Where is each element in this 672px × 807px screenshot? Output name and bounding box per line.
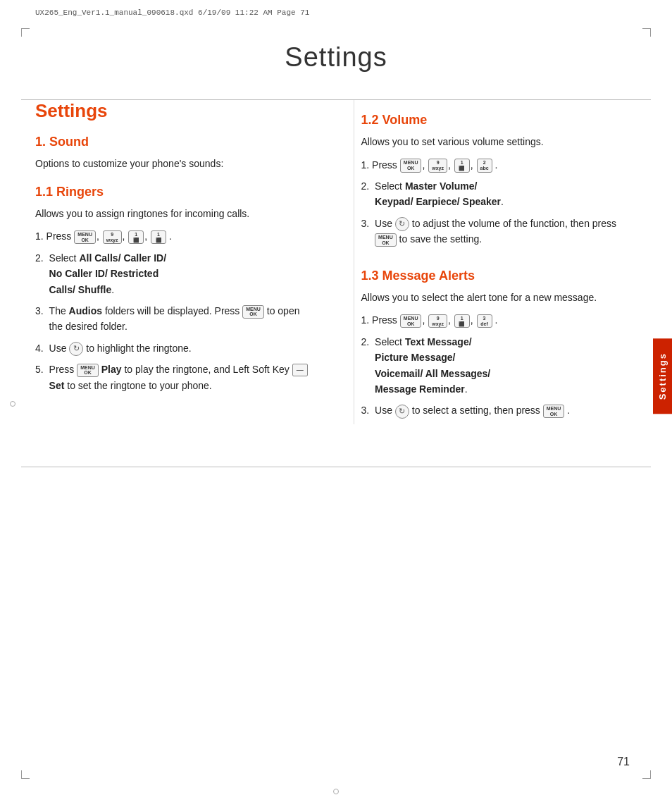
ringers-options: All Calls/ Caller ID/No Caller ID/ Restr… bbox=[49, 252, 167, 295]
play-bold: Play bbox=[101, 364, 122, 375]
bottom-divider bbox=[21, 467, 651, 467]
vstep-content-3: Use ↻ to adjust the volume of the functi… bbox=[375, 216, 637, 247]
vstep-content-2: Select Master Volume/Keypad/ Earpiece/ S… bbox=[375, 178, 637, 210]
ringers-step-3: 3. The Audios folders will be displayed.… bbox=[35, 303, 311, 335]
vstep-num-2: 2. bbox=[361, 178, 373, 194]
alerts-options: Text Message/Picture Message/Voicemail/ … bbox=[375, 336, 490, 395]
9wxyz-key-v1: 9wxyz bbox=[428, 159, 447, 172]
alerts-step-3: 3. Use ↻ to select a setting, then press… bbox=[361, 402, 637, 418]
step-num-5: 5. bbox=[35, 362, 46, 377]
content-area: Settings 1. Sound Options to customize y… bbox=[0, 100, 672, 424]
subsection-volume-body: Allows you to set various volume setting… bbox=[361, 135, 637, 150]
subsection-sound-body: Options to customize your phone's sounds… bbox=[35, 156, 311, 172]
9wxyz-key-a1: 9wxyz bbox=[428, 314, 447, 328]
subsection-alerts-title: 1.3 Message Alerts bbox=[361, 269, 637, 283]
step-content-2: Select All Calls/ Caller ID/No Caller ID… bbox=[49, 250, 311, 297]
reg-mark-left bbox=[10, 401, 15, 407]
volume-step-3: 3. Use ↻ to adjust the volume of the fun… bbox=[361, 216, 637, 247]
subsection-volume-title: 1.2 Volume bbox=[361, 113, 637, 128]
1-key-v1a: 1⬛ bbox=[454, 159, 470, 172]
vstep-num-3: 3. bbox=[361, 216, 373, 231]
subsection-alerts-body: Allows you to select the alert tone for … bbox=[361, 290, 637, 306]
2abc-key-v1: 2abc bbox=[477, 159, 492, 172]
nav-key-v3: ↻ bbox=[395, 217, 409, 231]
ringers-step-2: 2. Select All Calls/ Caller ID/No Caller… bbox=[35, 250, 311, 297]
page-wrapper: UX265_Eng_Ver1.1_manual_090618.qxd 6/19/… bbox=[0, 0, 672, 807]
vstep-num-1: 1. Press bbox=[361, 157, 397, 173]
volume-options: Master Volume/Keypad/ Earpiece/ Speaker bbox=[375, 180, 501, 207]
vstep-content-1: MENUOK, 9wxyz, 1⬛, 2abc . bbox=[400, 157, 637, 173]
nav-key-4: ↻ bbox=[69, 342, 83, 356]
reg-mark-bottom bbox=[333, 789, 339, 794]
1-key-1a: 1⬛ bbox=[128, 230, 144, 244]
astep-content-1: MENUOK, 9wxyz, 1⬛, 3def . bbox=[400, 312, 637, 328]
astep-num-1: 1. Press bbox=[361, 312, 397, 328]
corner-mark-bl bbox=[21, 770, 30, 779]
volume-step-2: 2. Select Master Volume/Keypad/ Earpiece… bbox=[361, 178, 637, 210]
side-tab: Settings bbox=[653, 338, 672, 414]
step-num-2: 2. bbox=[35, 250, 46, 266]
section-title: Settings bbox=[35, 100, 311, 122]
astep-content-2: Select Text Message/Picture Message/Voic… bbox=[375, 334, 637, 398]
step-content: MENUOK, 9wxyz, 1⬛, 1⬛ . bbox=[74, 228, 311, 244]
ringers-step-5: 5. Press MENUOK Play to play the rington… bbox=[35, 362, 311, 393]
ringers-step-1: 1. Press MENUOK, 9wxyz, 1⬛, 1⬛ . bbox=[35, 228, 311, 244]
3def-key-a1: 3def bbox=[477, 314, 492, 328]
set-bold: Set bbox=[49, 380, 65, 391]
alerts-step-2: 2. Select Text Message/Picture Message/V… bbox=[361, 334, 637, 398]
astep-num-2: 2. bbox=[361, 334, 373, 350]
menu-ok-key-5: MENUOK bbox=[77, 364, 99, 377]
audios-bold: Audios bbox=[69, 305, 102, 316]
nav-key-a3: ↻ bbox=[395, 405, 409, 419]
1-key-a1: 1⬛ bbox=[454, 314, 470, 328]
ringers-step-4: 4. Use ↻ to highlight the ringtone. bbox=[35, 340, 311, 356]
9wxyz-key-1: 9wxyz bbox=[103, 230, 122, 244]
menu-ok-key-a3: MENUOK bbox=[543, 405, 565, 418]
subsection-ringers-title: 1.1 Ringers bbox=[35, 185, 311, 199]
step-num: 1. Press bbox=[35, 228, 71, 244]
step-content-5: Press MENUOK Play to play the ringtone, … bbox=[49, 362, 311, 393]
step-num-3: 3. bbox=[35, 303, 46, 319]
1-key-1b: 1⬛ bbox=[151, 230, 166, 244]
astep-content-3: Use ↻ to select a setting, then press ME… bbox=[375, 402, 637, 418]
left-column: Settings 1. Sound Options to customize y… bbox=[35, 100, 325, 424]
page-number: 71 bbox=[617, 756, 630, 768]
subsection-ringers-body: Allows you to assign ringtones for incom… bbox=[35, 207, 311, 222]
menu-ok-key-3: MENUOK bbox=[242, 305, 264, 319]
corner-mark-tr bbox=[642, 28, 651, 37]
file-info: UX265_Eng_Ver1.1_manual_090618.qxd 6/19/… bbox=[35, 8, 309, 17]
astep-num-3: 3. bbox=[361, 402, 373, 418]
volume-step-1: 1. Press MENUOK, 9wxyz, 1⬛, 2abc . bbox=[361, 157, 637, 173]
step-content-3: The Audios folders will be displayed. Pr… bbox=[49, 303, 311, 335]
top-meta: UX265_Eng_Ver1.1_manual_090618.qxd 6/19/… bbox=[35, 8, 637, 17]
subsection-sound-title: 1. Sound bbox=[35, 135, 311, 149]
right-column: 1.2 Volume Allows you to set various vol… bbox=[354, 100, 637, 424]
menu-ok-key-v3: MENUOK bbox=[375, 233, 397, 247]
soft-key-5: — bbox=[292, 364, 308, 376]
menu-ok-key-v1: MENUOK bbox=[400, 159, 422, 172]
step-num-4: 4. bbox=[35, 340, 46, 356]
alerts-step-1: 1. Press MENUOK, 9wxyz, 1⬛, 3def . bbox=[361, 312, 637, 328]
corner-mark-br bbox=[642, 770, 651, 779]
menu-ok-key-a1: MENUOK bbox=[400, 314, 422, 328]
step-content-4: Use ↻ to highlight the ringtone. bbox=[49, 340, 311, 356]
menu-ok-key-1: MENUOK bbox=[74, 230, 96, 244]
corner-mark-tl bbox=[21, 28, 30, 37]
